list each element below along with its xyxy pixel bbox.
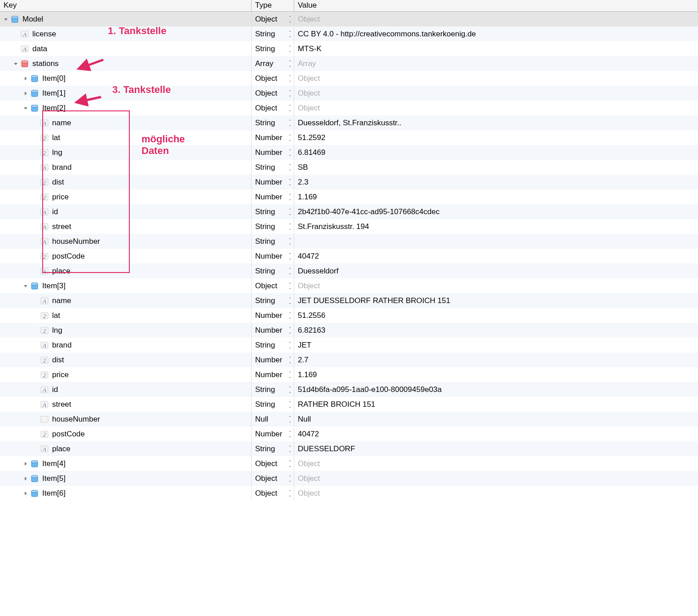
value-cell[interactable]: Object — [294, 101, 698, 115]
key-cell[interactable]: 2price — [0, 189, 252, 204]
value-cell[interactable]: Object — [294, 71, 698, 86]
table-row[interactable]: AidString⌃⌄51d4b6fa-a095-1aa0-e100-80009… — [0, 382, 698, 397]
type-cell[interactable]: Array⌃⌄ — [252, 56, 294, 71]
key-cell[interactable]: 2lng — [0, 145, 252, 160]
key-cell[interactable]: Item[3] — [0, 278, 252, 293]
type-cell[interactable]: Number⌃⌄ — [252, 427, 294, 441]
type-cell[interactable]: Number⌃⌄ — [252, 323, 294, 338]
value-cell[interactable]: Object — [294, 486, 698, 501]
value-cell[interactable]: 6.82163 — [294, 323, 698, 338]
type-cell[interactable]: Object⌃⌄ — [252, 71, 294, 86]
stepper-icon[interactable]: ⌃⌄ — [288, 208, 292, 216]
value-cell[interactable]: 51.2556 — [294, 308, 698, 323]
disclosure-triangle-icon[interactable] — [22, 90, 29, 97]
table-row[interactable]: AstreetString⌃⌄St.Franziskusstr. 194 — [0, 219, 698, 234]
table-row[interactable]: stationsArray⌃⌄Array — [0, 56, 698, 71]
key-cell[interactable]: Abrand — [0, 160, 252, 175]
stepper-icon[interactable]: ⌃⌄ — [288, 386, 292, 393]
table-row[interactable]: 2priceNumber⌃⌄1.169 — [0, 367, 698, 382]
disclosure-triangle-icon[interactable] — [22, 461, 29, 467]
key-cell[interactable]: Model — [0, 12, 252, 26]
type-cell[interactable]: Number⌃⌄ — [252, 175, 294, 189]
table-row[interactable]: AdataString⌃⌄MTS-K — [0, 41, 698, 56]
type-cell[interactable]: Object⌃⌄ — [252, 486, 294, 501]
value-cell[interactable]: 51.2592 — [294, 130, 698, 145]
key-cell[interactable]: Item[1] — [0, 86, 252, 101]
stepper-icon[interactable]: ⌃⌄ — [288, 342, 292, 349]
key-cell[interactable]: Aplace — [0, 264, 252, 278]
key-cell[interactable]: Item[4] — [0, 456, 252, 471]
type-cell[interactable]: Number⌃⌄ — [252, 130, 294, 145]
header-value[interactable]: Value — [294, 0, 698, 11]
type-cell[interactable]: Object⌃⌄ — [252, 101, 294, 115]
value-cell[interactable]: 2b42f1b0-407e-41cc-ad95-107668c4cdec — [294, 204, 698, 219]
stepper-icon[interactable]: ⌃⌄ — [288, 238, 292, 245]
value-cell[interactable]: 1.169 — [294, 367, 698, 382]
header-key[interactable]: Key — [0, 0, 252, 11]
stepper-icon[interactable]: ⌃⌄ — [288, 119, 292, 127]
type-cell[interactable]: Object⌃⌄ — [252, 278, 294, 293]
disclosure-triangle-icon[interactable] — [13, 61, 19, 67]
stepper-icon[interactable]: ⌃⌄ — [288, 460, 292, 467]
type-cell[interactable]: Number⌃⌄ — [252, 145, 294, 160]
value-cell[interactable]: 1.169 — [294, 189, 698, 204]
key-cell[interactable]: Astreet — [0, 397, 252, 412]
stepper-icon[interactable]: ⌃⌄ — [288, 416, 292, 423]
table-row[interactable]: 2latNumber⌃⌄51.2592 — [0, 130, 698, 145]
stepper-icon[interactable]: ⌃⌄ — [288, 327, 292, 334]
disclosure-triangle-icon[interactable] — [22, 75, 29, 82]
stepper-icon[interactable]: ⌃⌄ — [288, 282, 292, 290]
value-cell[interactable]: Object — [294, 12, 698, 26]
value-cell[interactable]: Duesseldorf — [294, 264, 698, 278]
type-cell[interactable]: Null⌃⌄ — [252, 412, 294, 427]
disclosure-triangle-icon[interactable] — [22, 490, 29, 497]
table-row[interactable]: AbrandString⌃⌄SB — [0, 160, 698, 175]
stepper-icon[interactable]: ⌃⌄ — [288, 164, 292, 171]
key-cell[interactable]: Aid — [0, 382, 252, 397]
table-row[interactable]: Item[2]Object⌃⌄Object — [0, 101, 698, 115]
key-cell[interactable]: 2lat — [0, 308, 252, 323]
stepper-icon[interactable]: ⌃⌄ — [288, 371, 292, 378]
stepper-icon[interactable]: ⌃⌄ — [288, 268, 292, 275]
table-row[interactable]: Item[0]Object⌃⌄Object — [0, 71, 698, 86]
table-row[interactable]: AstreetString⌃⌄RATHER BROICH 151 — [0, 397, 698, 412]
table-row[interactable]: AbrandString⌃⌄JET — [0, 338, 698, 352]
type-cell[interactable]: String⌃⌄ — [252, 264, 294, 278]
table-row[interactable]: 2priceNumber⌃⌄1.169 — [0, 189, 698, 204]
stepper-icon[interactable]: ⌃⌄ — [288, 194, 292, 201]
table-row[interactable]: houseNumberNull⌃⌄Null — [0, 412, 698, 427]
table-row[interactable]: AnameString⌃⌄Duesseldorf, St.Franziskuss… — [0, 115, 698, 130]
key-cell[interactable]: Adata — [0, 41, 252, 56]
type-cell[interactable]: Number⌃⌄ — [252, 249, 294, 264]
value-cell[interactable]: RATHER BROICH 151 — [294, 397, 698, 412]
type-cell[interactable]: Object⌃⌄ — [252, 12, 294, 26]
value-cell[interactable]: 6.81469 — [294, 145, 698, 160]
table-row[interactable]: AhouseNumberString⌃⌄ — [0, 234, 698, 249]
value-cell[interactable]: JET DUESSELDORF RATHER BROICH 151 — [294, 293, 698, 308]
table-row[interactable]: 2postCodeNumber⌃⌄40472 — [0, 427, 698, 441]
type-cell[interactable]: String⌃⌄ — [252, 293, 294, 308]
stepper-icon[interactable]: ⌃⌄ — [288, 445, 292, 453]
value-cell[interactable]: Object — [294, 86, 698, 101]
key-cell[interactable]: Aid — [0, 204, 252, 219]
table-row[interactable]: Item[4]Object⌃⌄Object — [0, 456, 698, 471]
stepper-icon[interactable]: ⌃⌄ — [288, 149, 292, 156]
key-cell[interactable]: 2lng — [0, 323, 252, 338]
type-cell[interactable]: Object⌃⌄ — [252, 86, 294, 101]
type-cell[interactable]: String⌃⌄ — [252, 41, 294, 56]
table-row[interactable]: ModelObject⌃⌄Object — [0, 12, 698, 26]
stepper-icon[interactable]: ⌃⌄ — [288, 105, 292, 112]
table-row[interactable]: AplaceString⌃⌄DUESSELDORF — [0, 441, 698, 456]
table-row[interactable]: Item[1]Object⌃⌄Object — [0, 86, 698, 101]
value-cell[interactable]: 2.3 — [294, 175, 698, 189]
type-cell[interactable]: String⌃⌄ — [252, 441, 294, 456]
type-cell[interactable]: String⌃⌄ — [252, 234, 294, 249]
key-cell[interactable]: Item[6] — [0, 486, 252, 501]
type-cell[interactable]: String⌃⌄ — [252, 26, 294, 41]
type-cell[interactable]: Number⌃⌄ — [252, 352, 294, 367]
key-cell[interactable]: Aname — [0, 293, 252, 308]
type-cell[interactable]: Object⌃⌄ — [252, 456, 294, 471]
key-cell[interactable]: Item[0] — [0, 71, 252, 86]
key-cell[interactable]: Abrand — [0, 338, 252, 352]
stepper-icon[interactable]: ⌃⌄ — [288, 297, 292, 304]
